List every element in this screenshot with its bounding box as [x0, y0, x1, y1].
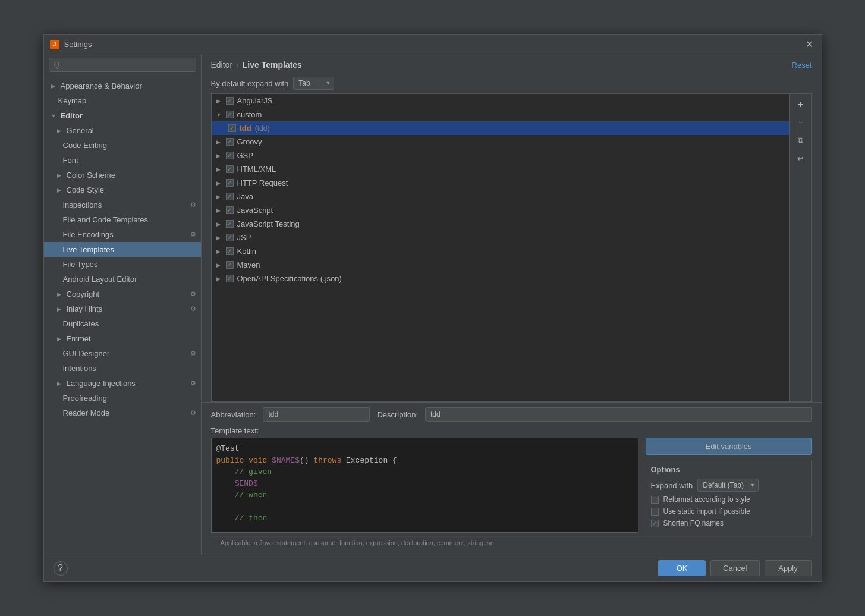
cancel-button[interactable]: Cancel — [710, 560, 759, 576]
remove-template-button[interactable]: − — [792, 114, 809, 131]
group-checkbox-maven[interactable] — [226, 261, 234, 269]
option-static-import-checkbox[interactable] — [651, 508, 659, 516]
chevron-icon: ▶ — [216, 98, 222, 104]
template-group-header-http[interactable]: ▶ HTTP Request — [212, 176, 789, 190]
sidebar-item-inspections[interactable]: Inspections ⚙ — [44, 197, 201, 212]
restore-template-button[interactable]: ↩ — [792, 150, 809, 166]
apply-button[interactable]: Apply — [765, 560, 812, 576]
template-group-header-groovy[interactable]: ▶ Groovy — [212, 135, 789, 149]
sidebar-item-emmet[interactable]: ▶ Emmet — [44, 331, 201, 346]
sidebar-item-font[interactable]: Font — [44, 153, 201, 168]
chevron-icon: ▶ — [57, 381, 63, 386]
template-group-angularjs: ▶ AngularJS — [212, 94, 789, 108]
group-label: HTTP Request — [237, 178, 288, 187]
sidebar-item-label: Editor — [61, 111, 83, 120]
template-group-header-js-testing[interactable]: ▶ JavaScript Testing — [212, 217, 789, 231]
sidebar-item-language-injections[interactable]: ▶ Language Injections ⚙ — [44, 376, 201, 391]
sidebar-item-android-layout[interactable]: Android Layout Editor — [44, 272, 201, 287]
search-input[interactable] — [49, 58, 196, 72]
copy-template-button[interactable]: ⧉ — [792, 132, 809, 149]
template-group-header-htmlxml[interactable]: ▶ HTML/XML — [212, 162, 789, 176]
group-checkbox-custom[interactable] — [226, 111, 234, 118]
sidebar-item-copyright[interactable]: ▶ Copyright ⚙ — [44, 287, 201, 301]
template-group-header-openapi[interactable]: ▶ OpenAPI Specifications (.json) — [212, 272, 789, 285]
template-item-tdd[interactable]: tdd (tdd) — [212, 121, 789, 135]
template-group-js-testing: ▶ JavaScript Testing — [212, 217, 789, 231]
template-group-header-gsp[interactable]: ▶ GSP — [212, 149, 789, 162]
group-checkbox-kotlin[interactable] — [226, 247, 234, 255]
group-checkbox-openapi[interactable] — [226, 275, 234, 282]
expand-with-row: Expand with Default (Tab) Tab Enter Spac… — [651, 479, 807, 492]
group-checkbox-htmlxml[interactable] — [226, 165, 234, 173]
abbreviation-input[interactable] — [263, 407, 370, 422]
chevron-icon: ▼ — [51, 113, 57, 119]
group-checkbox-http[interactable] — [226, 179, 234, 187]
sidebar-item-file-types[interactable]: File Types — [44, 257, 201, 272]
code-editor[interactable]: @Test public void $NAME$() throws Except… — [211, 438, 638, 533]
template-group-openapi: ▶ OpenAPI Specifications (.json) — [212, 272, 789, 285]
sidebar-item-appearance[interactable]: ▶ Appearance & Behavior — [44, 78, 201, 93]
template-group-header-jsp[interactable]: ▶ JSP — [212, 231, 789, 244]
group-checkbox-gsp[interactable] — [226, 152, 234, 159]
item-checkbox-tdd[interactable] — [228, 124, 236, 132]
sidebar-item-label: Keymap — [58, 96, 87, 105]
template-group-header-maven[interactable]: ▶ Maven — [212, 258, 789, 272]
option-shorten-fq-row: Shorten FQ names — [651, 519, 807, 527]
editing-area: Abbreviation: Description: Template text… — [202, 402, 822, 555]
template-group-header-java[interactable]: ▶ Java — [212, 190, 789, 203]
breadcrumb-parent: Editor — [211, 60, 233, 70]
sidebar-item-code-style[interactable]: ▶ Code Style — [44, 183, 201, 197]
chevron-icon: ▶ — [57, 306, 63, 312]
template-group-header-javascript[interactable]: ▶ JavaScript — [212, 203, 789, 217]
option-reformat-label: Reformat according to style — [663, 495, 750, 504]
template-group-header-custom[interactable]: ▼ custom — [212, 108, 789, 121]
group-label: AngularJS — [237, 96, 273, 105]
group-checkbox-angularjs[interactable] — [226, 97, 234, 105]
expand-dropdown[interactable]: Tab Enter Space — [293, 77, 334, 90]
sidebar-item-editor[interactable]: ▼ Editor — [44, 108, 201, 123]
chevron-icon: ▶ — [57, 336, 63, 342]
option-shorten-fq-checkbox[interactable] — [651, 520, 659, 527]
help-button[interactable]: ? — [54, 561, 68, 576]
edit-variables-button[interactable]: Edit variables — [646, 438, 812, 455]
badge-icon: ⚙ — [190, 305, 196, 313]
group-checkbox-javascript[interactable] — [226, 206, 234, 214]
group-checkbox-java[interactable] — [226, 193, 234, 200]
template-group-header-angularjs[interactable]: ▶ AngularJS — [212, 94, 789, 108]
sidebar-item-code-editing[interactable]: Code Editing — [44, 138, 201, 153]
sidebar-item-intentions[interactable]: Intentions — [44, 361, 201, 376]
right-panel: Edit variables Options Expand with Defau… — [646, 438, 812, 536]
chevron-icon: ▶ — [51, 83, 57, 89]
option-reformat-checkbox[interactable] — [651, 496, 659, 504]
group-label: JavaScript Testing — [237, 219, 300, 228]
expand-with-dropdown[interactable]: Default (Tab) Tab Enter Space — [697, 479, 759, 492]
chevron-icon: ▶ — [216, 249, 222, 254]
template-group-gsp: ▶ GSP — [212, 149, 789, 162]
group-label: Maven — [237, 260, 260, 269]
sidebar-item-keymap[interactable]: Keymap — [44, 93, 201, 108]
sidebar-item-color-scheme[interactable]: ▶ Color Scheme — [44, 168, 201, 183]
sidebar-item-proofreading[interactable]: Proofreading — [44, 391, 201, 406]
chevron-icon: ▶ — [216, 180, 222, 186]
template-full: (tdd) — [255, 124, 270, 133]
template-group-header-kotlin[interactable]: ▶ Kotlin — [212, 244, 789, 258]
breadcrumb: Editor › Live Templates — [211, 60, 302, 70]
sidebar-item-duplicates[interactable]: Duplicates — [44, 316, 201, 331]
sidebar-item-inlay-hints[interactable]: ▶ Inlay Hints ⚙ — [44, 301, 201, 316]
group-checkbox-js-testing[interactable] — [226, 220, 234, 228]
sidebar-item-general[interactable]: ▶ General — [44, 123, 201, 138]
sidebar-item-gui-designer[interactable]: GUI Designer ⚙ — [44, 346, 201, 361]
group-checkbox-jsp[interactable] — [226, 234, 234, 241]
close-button[interactable]: ✕ — [803, 39, 816, 51]
group-checkbox-groovy[interactable] — [226, 138, 234, 146]
sidebar-item-file-code-templates[interactable]: File and Code Templates — [44, 212, 201, 227]
ok-button[interactable]: OK — [658, 560, 706, 576]
description-input[interactable] — [425, 407, 811, 422]
group-label: JSP — [237, 233, 251, 242]
sidebar-item-reader-mode[interactable]: Reader Mode ⚙ — [44, 406, 201, 420]
sidebar-item-live-templates[interactable]: Live Templates — [44, 242, 201, 257]
sidebar-item-file-encodings[interactable]: File Encodings ⚙ — [44, 227, 201, 242]
reset-button[interactable]: Reset — [792, 61, 812, 70]
add-template-button[interactable]: + — [792, 96, 809, 113]
sidebar-item-label: Copyright — [67, 290, 100, 298]
